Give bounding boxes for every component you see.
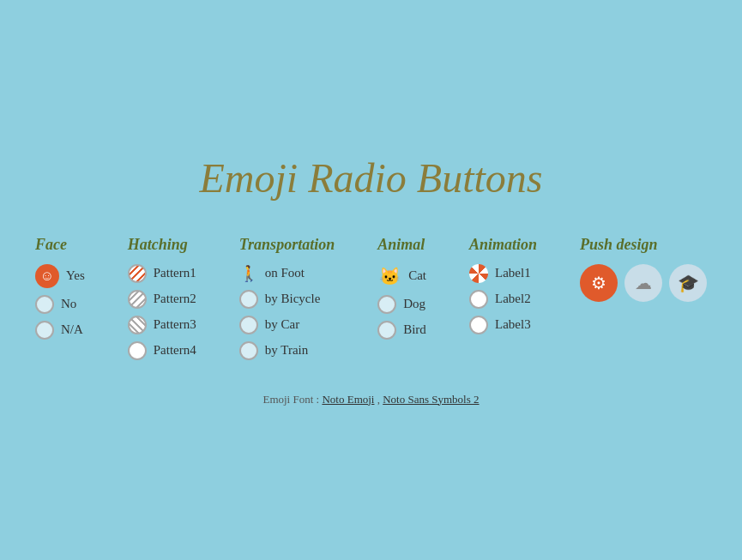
by-train-item[interactable]: by Train <box>239 341 308 360</box>
face-yes-icon: ☺ <box>35 264 59 288</box>
animal-group-title: Animal <box>377 236 425 254</box>
by-bicycle-radio <box>239 290 258 309</box>
face-yes-label: Yes <box>66 268 85 283</box>
face-group: Face ☺ Yes No N/A <box>35 236 85 346</box>
label2-item[interactable]: Label2 <box>469 290 531 309</box>
hatching-group-title: Hatching <box>128 236 188 254</box>
noto-emoji-link[interactable]: Noto Emoji <box>322 393 374 406</box>
by-car-label: by Car <box>265 317 299 332</box>
label2-radio <box>469 290 488 309</box>
by-train-radio <box>239 341 258 360</box>
dog-label: Dog <box>403 297 425 311</box>
label2-label: Label2 <box>495 292 531 306</box>
pattern3-radio <box>128 316 147 334</box>
animation-group: Animation Label1 Label2 Label3 <box>469 236 537 341</box>
face-na-item[interactable]: N/A <box>35 321 83 340</box>
label3-radio <box>469 316 488 334</box>
dog-item[interactable]: Dog <box>377 295 425 314</box>
transportation-group-title: Transportation <box>239 236 335 254</box>
gear-button[interactable]: ⚙ <box>580 264 618 302</box>
bird-label: Bird <box>403 322 426 337</box>
face-no-item[interactable]: No <box>35 295 76 314</box>
animation-group-title: Animation <box>469 236 537 254</box>
noto-symbols-link[interactable]: Noto Sans Symbols 2 <box>383 393 479 406</box>
face-no-label: No <box>61 297 76 311</box>
cat-label: Cat <box>408 268 426 283</box>
label1-spin-icon <box>469 264 488 283</box>
pattern2-item[interactable]: Pattern2 <box>128 290 196 309</box>
push-buttons-row: ⚙ ☁ 🎓 <box>580 264 707 302</box>
footer-prefix: Emoji Font : <box>262 393 322 406</box>
footer: Emoji Font : Noto Emoji , Noto Sans Symb… <box>262 393 479 406</box>
cloud-button[interactable]: ☁ <box>624 264 662 302</box>
bird-item[interactable]: Bird <box>377 321 426 340</box>
pattern1-radio <box>128 264 147 283</box>
face-na-radio <box>35 321 54 340</box>
push-design-group: Push design ⚙ ☁ 🎓 <box>580 236 707 302</box>
pattern3-item[interactable]: Pattern3 <box>128 316 196 334</box>
on-foot-item[interactable]: 🚶 on Foot <box>239 264 305 283</box>
transportation-group: Transportation 🚶 on Foot by Bicycle by C… <box>239 236 335 367</box>
push-design-group-title: Push design <box>580 236 658 254</box>
mortarboard-button[interactable]: 🎓 <box>669 264 707 302</box>
label1-label: Label1 <box>495 266 531 280</box>
footer-separator: , <box>374 393 383 406</box>
groups-row: Face ☺ Yes No N/A Hatching Pattern1 <box>35 236 707 367</box>
page-container: Emoji Radio Buttons Face ☺ Yes No N/A Ha… <box>0 0 742 560</box>
by-car-item[interactable]: by Car <box>239 316 299 334</box>
bird-radio <box>377 321 396 340</box>
face-no-radio <box>35 295 54 314</box>
label3-label: Label3 <box>495 317 531 332</box>
pattern2-label: Pattern2 <box>154 292 196 306</box>
face-na-label: N/A <box>61 322 83 337</box>
pattern4-label: Pattern4 <box>154 343 196 358</box>
label3-item[interactable]: Label3 <box>469 316 531 334</box>
animal-group: Animal 🐱 Cat Dog Bird <box>377 236 426 346</box>
person-icon: 🚶 <box>239 264 258 283</box>
page-title: Emoji Radio Buttons <box>200 154 543 202</box>
by-bicycle-label: by Bicycle <box>265 292 321 306</box>
pattern3-label: Pattern3 <box>154 317 196 332</box>
pattern4-radio <box>128 341 147 360</box>
cat-icon: 🐱 <box>377 264 401 288</box>
pattern1-item[interactable]: Pattern1 <box>128 264 196 283</box>
by-car-radio <box>239 316 258 334</box>
dog-radio <box>377 295 396 314</box>
face-group-title: Face <box>35 236 67 254</box>
label1-item[interactable]: Label1 <box>469 264 531 283</box>
pattern4-item[interactable]: Pattern4 <box>128 341 196 360</box>
face-yes-item[interactable]: ☺ Yes <box>35 264 85 288</box>
hatching-group: Hatching Pattern1 Pattern2 Pattern3 Patt… <box>128 236 196 367</box>
pattern2-radio <box>128 290 147 309</box>
by-train-label: by Train <box>265 343 308 358</box>
cat-item[interactable]: 🐱 Cat <box>377 264 426 288</box>
on-foot-label: on Foot <box>265 266 305 280</box>
pattern1-label: Pattern1 <box>154 266 196 280</box>
by-bicycle-item[interactable]: by Bicycle <box>239 290 321 309</box>
